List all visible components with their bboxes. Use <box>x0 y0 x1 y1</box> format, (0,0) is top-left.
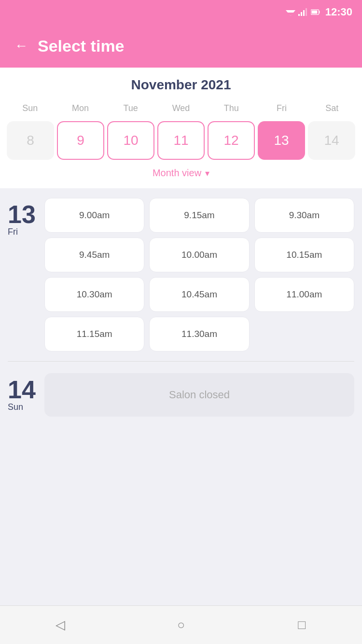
day-label-13: 13 Fri <box>8 198 37 351</box>
wifi-icon <box>286 8 295 16</box>
date-cell-13[interactable]: 13 <box>258 121 305 160</box>
month-view-toggle[interactable]: Month view ▾ <box>5 168 357 179</box>
page-title: Select time <box>38 37 125 56</box>
day-block-14: 14 Sun Salon closed <box>8 373 354 417</box>
day-number-13: 13 <box>8 202 36 227</box>
svg-rect-7 <box>319 11 320 14</box>
back-button[interactable]: ← <box>14 38 28 54</box>
nav-recent-button[interactable]: □ <box>290 613 314 637</box>
day-label-14: 14 Sun <box>8 373 37 417</box>
date-cell-14: 14 <box>308 121 355 160</box>
closed-slot-14: Salon closed <box>44 373 354 417</box>
day-name-13: Fri <box>8 227 18 237</box>
month-year-label: November 2021 <box>5 77 357 93</box>
svg-rect-2 <box>298 14 300 16</box>
time-slot-10-15[interactable]: 10.15am <box>254 238 354 272</box>
status-icons <box>286 8 320 16</box>
time-slot-10-45[interactable]: 10.45am <box>149 277 249 312</box>
day-number-14: 14 <box>8 377 36 402</box>
weekday-sun: Sun <box>5 100 55 116</box>
chevron-down-icon: ▾ <box>205 168 209 179</box>
slots-section: 13 Fri 9.00am 9.15am 9.30am 9.45am 10.00… <box>0 188 362 426</box>
date-cell-12[interactable]: 12 <box>208 121 255 160</box>
dates-row: 8 9 10 11 12 13 14 <box>5 121 357 160</box>
nav-back-button[interactable]: ◁ <box>48 613 72 637</box>
month-view-label: Month view <box>153 168 201 179</box>
day-divider <box>8 361 354 362</box>
battery-icon <box>311 8 320 16</box>
date-cell-9[interactable]: 9 <box>57 121 104 160</box>
weekday-sat: Sat <box>307 100 357 116</box>
time-slot-9-00[interactable]: 9.00am <box>44 198 144 233</box>
calendar-section: November 2021 Sun Mon Tue Wed Thu Fri Sa… <box>0 68 362 188</box>
time-slot-10-00[interactable]: 10.00am <box>149 238 249 272</box>
svg-rect-3 <box>301 12 302 16</box>
weekday-wed: Wed <box>156 100 206 116</box>
weekday-thu: Thu <box>206 100 256 116</box>
time-slot-9-45[interactable]: 9.45am <box>44 238 144 272</box>
status-bar: 12:30 <box>0 0 362 24</box>
svg-rect-8 <box>311 11 317 14</box>
svg-marker-1 <box>287 13 294 16</box>
slots-grid-13: 9.00am 9.15am 9.30am 9.45am 10.00am 10.1… <box>44 198 354 351</box>
time-slot-9-30[interactable]: 9.30am <box>254 198 354 233</box>
date-cell-8: 8 <box>7 121 54 160</box>
svg-rect-4 <box>303 10 305 16</box>
day-name-14: Sun <box>8 402 23 412</box>
weekday-tue: Tue <box>106 100 156 116</box>
weekday-row: Sun Mon Tue Wed Thu Fri Sat <box>5 100 357 116</box>
time-slot-10-30[interactable]: 10.30am <box>44 277 144 312</box>
nav-home-button[interactable]: ○ <box>169 613 193 637</box>
weekday-mon: Mon <box>55 100 105 116</box>
time-slot-11-30[interactable]: 11.30am <box>149 317 249 351</box>
time-slot-11-00[interactable]: 11.00am <box>254 277 354 312</box>
signal-icon <box>298 8 308 16</box>
date-cell-11[interactable]: 11 <box>157 121 205 160</box>
date-cell-10[interactable]: 10 <box>107 121 154 160</box>
day-block-13: 13 Fri 9.00am 9.15am 9.30am 9.45am 10.00… <box>8 198 354 351</box>
time-slot-11-15[interactable]: 11.15am <box>44 317 144 351</box>
status-time: 12:30 <box>325 6 352 18</box>
header: ← Select time <box>0 24 362 68</box>
svg-rect-5 <box>306 8 307 16</box>
time-slot-9-15[interactable]: 9.15am <box>149 198 249 233</box>
weekday-fri: Fri <box>256 100 306 116</box>
bottom-nav: ◁ ○ □ <box>0 605 362 644</box>
